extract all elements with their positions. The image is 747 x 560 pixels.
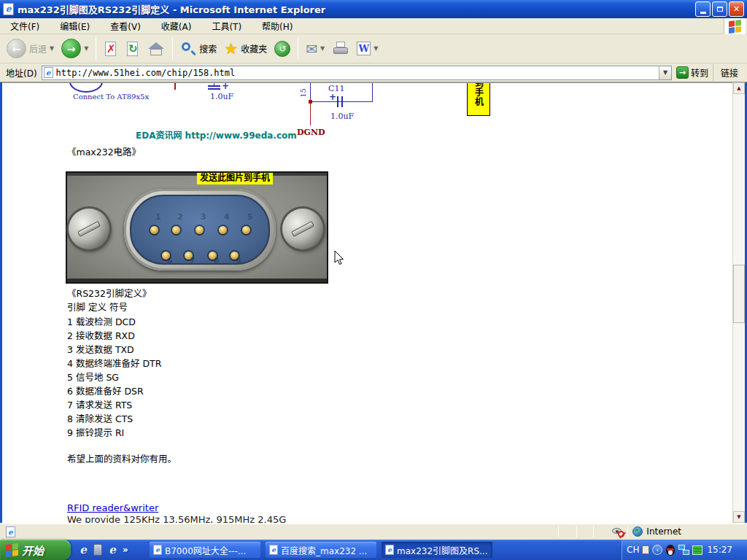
- links-toolbar-label[interactable]: 链接: [713, 64, 744, 81]
- menu-file[interactable]: 文件(F): [0, 18, 50, 34]
- menu-tools[interactable]: 工具(T): [201, 18, 252, 34]
- pin-5: [242, 226, 250, 234]
- cap1-plus: +: [222, 82, 229, 91]
- history-button[interactable]: ↺: [271, 36, 294, 62]
- scrollbar-thumb[interactable]: [733, 265, 745, 323]
- dgnd-label: DGND: [297, 128, 325, 137]
- schematic-connect-label: Connect To AT89x5x: [73, 93, 149, 101]
- search-button[interactable]: 搜索: [177, 36, 220, 62]
- send-to-phone-box[interactable]: 到手机: [467, 82, 490, 116]
- status-divider: [576, 526, 577, 537]
- c11-plate: [337, 96, 338, 107]
- language-indicator[interactable]: CH: [627, 545, 639, 555]
- scroll-down-button[interactable]: ▼: [733, 511, 745, 523]
- cap1-plate: [208, 88, 220, 90]
- pin-number: 1: [155, 212, 161, 222]
- dsub-metal-bezel: 1 2 3 4 5 6 7 8 9: [124, 189, 276, 271]
- edit-word-button[interactable]: W ▼: [353, 36, 382, 62]
- menu-help[interactable]: 帮助(H): [252, 18, 303, 34]
- schematic-red-fragment: [174, 82, 176, 90]
- back-icon: ←: [7, 39, 26, 58]
- rfid-link-description: We provide 125KHz 13.56MHz, 915MHz 2.45G: [67, 514, 286, 523]
- schematic-arc-fragment: [69, 82, 103, 93]
- mail-icon: ✉: [306, 41, 317, 57]
- refresh-button[interactable]: ↻: [122, 36, 144, 62]
- status-bar: e Internet: [0, 523, 747, 540]
- home-button[interactable]: [144, 36, 169, 62]
- cap1-plate: [208, 85, 220, 87]
- back-label: 后退: [29, 42, 47, 55]
- pin-number: 8: [214, 256, 220, 265]
- menu-view[interactable]: 查看(V): [100, 18, 151, 34]
- tray-collapse-icon[interactable]: ‹: [652, 545, 662, 555]
- pin-number: 4: [224, 212, 230, 222]
- pin-4: [219, 226, 227, 234]
- go-button[interactable]: → 转到: [676, 66, 708, 79]
- status-divider: [627, 526, 628, 537]
- address-label: 地址(D): [6, 66, 37, 79]
- ime-keyboard-icon[interactable]: [642, 545, 649, 554]
- back-dropdown-icon[interactable]: ▼: [50, 45, 54, 52]
- menu-favorites[interactable]: 收藏(A): [151, 18, 202, 34]
- quick-launch-ie-icon[interactable]: e: [77, 544, 89, 556]
- home-icon: [147, 40, 165, 58]
- system-tray: CH ‹ 15:27: [622, 540, 747, 560]
- menu-edit[interactable]: 编辑(E): [50, 18, 100, 34]
- taskbar-button-b7000[interactable]: e B7000网址大全---...: [150, 542, 260, 558]
- network-tray-icon[interactable]: [678, 545, 689, 555]
- pin-row-4: 4 数据终端准备好 DTR: [67, 356, 161, 370]
- back-button[interactable]: ← 后退 ▼: [3, 36, 58, 62]
- address-input[interactable]: e http://www.51hei.com/chip/158.html ▼: [42, 66, 672, 80]
- favorites-button[interactable]: ★ 收藏夹: [220, 36, 271, 62]
- quick-launch-chevron-icon[interactable]: »: [123, 545, 128, 555]
- db9-connector-photo: 1 2 3 4 5 6 7 8 9 发送此图片到手机: [66, 171, 328, 284]
- right-screw: [282, 209, 323, 249]
- send-picture-overlay[interactable]: 发送此图片到手机: [197, 173, 273, 184]
- edit-dropdown-icon[interactable]: ▼: [374, 45, 378, 52]
- ie-app-icon: e: [3, 3, 14, 15]
- mouse-cursor: [334, 250, 344, 266]
- caption-rs232-pins: 《RS232引脚定义》: [67, 286, 151, 300]
- search-label: 搜索: [199, 42, 217, 55]
- taskbar-button-icon: e: [385, 545, 394, 555]
- pin-row-8: 8 清除发送 CTS: [67, 411, 133, 425]
- taskbar-button-icon: e: [153, 545, 162, 555]
- pin-row-1: 1 载波检测 DCD: [67, 314, 136, 328]
- wire-to-ground: [310, 104, 311, 125]
- mail-button[interactable]: ✉ ▼: [302, 36, 328, 62]
- pin-number: 9: [236, 256, 241, 265]
- address-bar: 地址(D) e http://www.51hei.com/chip/158.ht…: [0, 63, 747, 82]
- window-title: max232引脚图及RS232引脚定义 - Microsoft Internet…: [18, 2, 694, 16]
- forward-button[interactable]: → ▼: [58, 36, 92, 62]
- close-button[interactable]: ✕: [729, 1, 744, 17]
- firewall-tray-icon[interactable]: [692, 545, 703, 555]
- taskbar-button-max232[interactable]: e max232引脚图及RS...: [382, 542, 492, 558]
- restore-button[interactable]: [712, 1, 727, 17]
- net-label-15: 15: [299, 88, 307, 98]
- quick-launch-bar: e e »: [73, 540, 128, 560]
- quick-launch-device-icon[interactable]: [93, 544, 102, 556]
- status-divider: [593, 526, 594, 537]
- go-arrow-icon: →: [676, 66, 689, 79]
- start-button[interactable]: 开始: [0, 540, 71, 560]
- qq-tray-icon[interactable]: [665, 545, 676, 556]
- forward-dropdown-icon[interactable]: ▼: [84, 45, 88, 52]
- rfid-link[interactable]: RFID reader&writer: [67, 502, 158, 513]
- title-bar: e max232引脚图及RS232引脚定义 - Microsoft Intern…: [0, 0, 747, 18]
- taskbar-button-baidu[interactable]: e 百度搜索_max232 ...: [266, 542, 376, 558]
- pin-2: [172, 226, 180, 234]
- caption-max232-circuit: 《max232电路》: [67, 144, 141, 158]
- address-dropdown-button[interactable]: ▼: [659, 66, 671, 79]
- pin-number: 2: [177, 212, 183, 222]
- c11-plus: +: [329, 92, 336, 102]
- pin-number: 5: [247, 212, 253, 222]
- quick-launch-ie2-icon[interactable]: e: [107, 544, 118, 556]
- left-screw: [69, 209, 109, 249]
- vertical-scrollbar[interactable]: ▲ ▼: [732, 82, 745, 523]
- mail-dropdown-icon[interactable]: ▼: [320, 45, 325, 52]
- dsub-blue-insert: 1 2 3 4 5 6 7 8 9: [130, 195, 270, 265]
- scroll-up-button[interactable]: ▲: [733, 82, 745, 94]
- stop-button[interactable]: ✗: [100, 36, 122, 62]
- minimize-button[interactable]: [695, 1, 711, 17]
- print-button[interactable]: [328, 36, 353, 62]
